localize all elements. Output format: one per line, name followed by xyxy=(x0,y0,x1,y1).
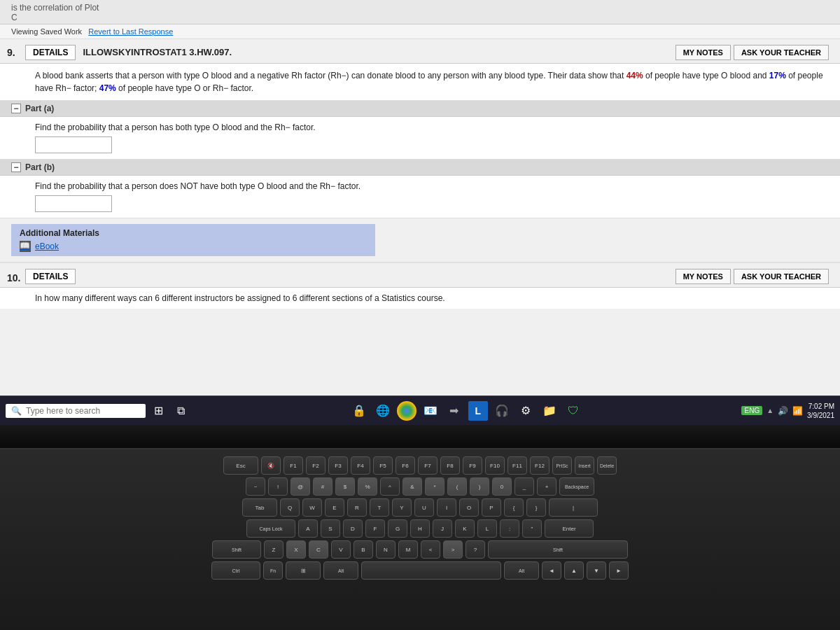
at-key[interactable]: @ xyxy=(290,477,310,496)
part-b-toggle[interactable]: − xyxy=(11,162,21,172)
close-bracket-key[interactable]: } xyxy=(526,498,546,517)
tilde-key[interactable]: ~ xyxy=(246,477,265,496)
l-key[interactable]: L xyxy=(477,519,497,538)
up-arrow-key[interactable]: ▲ xyxy=(564,561,584,580)
system-clock[interactable]: 7:02 PM 3/9/2021 xyxy=(807,402,834,420)
i-key[interactable]: I xyxy=(437,498,456,517)
left-arrow-key[interactable]: ◄ xyxy=(542,561,561,580)
v-key[interactable]: V xyxy=(331,540,351,559)
tab-key[interactable]: Tab xyxy=(242,498,277,517)
mail-icon[interactable]: 📧 xyxy=(421,401,440,421)
mute-key[interactable]: 🔇 xyxy=(261,456,281,475)
f6-key[interactable]: F6 xyxy=(396,456,415,475)
c-key[interactable]: C xyxy=(309,540,328,559)
f4-key[interactable]: F4 xyxy=(351,456,370,475)
f10-key[interactable]: F10 xyxy=(485,456,505,475)
esc-key[interactable]: Esc xyxy=(223,456,258,475)
semicolon-key[interactable]: : xyxy=(500,519,519,538)
ebook-link[interactable]: 📖 eBook xyxy=(20,241,367,252)
headphone-icon[interactable]: 🎧 xyxy=(492,401,512,421)
speaker-icon[interactable]: 🔊 xyxy=(778,406,788,416)
g-key[interactable]: G xyxy=(388,519,407,538)
arrow-icon[interactable]: ➡ xyxy=(444,401,464,421)
f8-key[interactable]: F8 xyxy=(440,456,460,475)
question-10-my-notes-btn[interactable]: MY NOTES xyxy=(676,269,731,284)
right-arrow-key[interactable]: ► xyxy=(609,561,629,580)
space-key[interactable] xyxy=(361,561,501,580)
gear-icon[interactable]: ⚙ xyxy=(516,401,536,421)
z-key[interactable]: Z xyxy=(264,540,284,559)
down-arrow-key[interactable]: ▼ xyxy=(587,561,606,580)
up-arrow-icon[interactable]: ▲ xyxy=(766,407,774,414)
f5-key[interactable]: F5 xyxy=(373,456,393,475)
alt-gr-key[interactable]: Alt xyxy=(504,561,539,580)
prtsc-key[interactable]: PrtSc xyxy=(552,456,572,475)
amp-key[interactable]: & xyxy=(402,477,422,496)
taskbar-search-box[interactable]: 🔍 xyxy=(6,404,146,418)
star-key[interactable]: * xyxy=(425,477,444,496)
u-key[interactable]: U xyxy=(414,498,434,517)
left-shift-key[interactable]: Shift xyxy=(212,540,261,559)
open-bracket-key[interactable]: { xyxy=(504,498,524,517)
j-key[interactable]: J xyxy=(433,519,452,538)
lock-icon[interactable]: 🔒 xyxy=(349,401,369,421)
minus-key[interactable]: _ xyxy=(514,477,534,496)
right-shift-key[interactable]: Shift xyxy=(488,540,628,559)
google-icon[interactable] xyxy=(397,401,416,421)
letter-l-icon[interactable]: L xyxy=(468,401,488,421)
dollar-key[interactable]: $ xyxy=(335,477,355,496)
a-key[interactable]: A xyxy=(298,519,318,538)
d-key[interactable]: D xyxy=(343,519,363,538)
part-b-answer-input[interactable] xyxy=(35,195,112,212)
e-key[interactable]: E xyxy=(325,498,344,517)
question-10-details-btn[interactable]: DETAILS xyxy=(25,269,76,284)
taskbar-search-input[interactable] xyxy=(26,406,138,416)
start-button[interactable]: ⊞ xyxy=(148,401,168,421)
n-key[interactable]: N xyxy=(376,540,396,559)
comma-key[interactable]: < xyxy=(421,540,440,559)
h-key[interactable]: H xyxy=(410,519,430,538)
hash-key[interactable]: # xyxy=(313,477,332,496)
caret-key[interactable]: ^ xyxy=(380,477,400,496)
enter-key[interactable]: Enter xyxy=(545,519,594,538)
network-icon[interactable]: 📶 xyxy=(792,406,803,416)
task-view-button[interactable]: ⧉ xyxy=(171,401,190,421)
w-key[interactable]: W xyxy=(302,498,322,517)
open-paren-key[interactable]: ( xyxy=(447,477,467,496)
f3-key[interactable]: F3 xyxy=(328,456,348,475)
question-10-ask-teacher-btn[interactable]: ASK YOUR TEACHER xyxy=(734,269,829,284)
m-key[interactable]: M xyxy=(398,540,418,559)
r-key[interactable]: R xyxy=(347,498,367,517)
question-9-details-btn[interactable]: DETAILS xyxy=(25,45,76,60)
f-key[interactable]: F xyxy=(365,519,385,538)
y-key[interactable]: Y xyxy=(392,498,412,517)
browser-icon[interactable]: 🌐 xyxy=(373,401,393,421)
shield-icon[interactable]: 🛡 xyxy=(564,401,583,421)
delete-key[interactable]: Delete xyxy=(597,456,617,475)
x-key[interactable]: X xyxy=(286,540,306,559)
backspace-key[interactable]: Backspace xyxy=(559,477,594,496)
insert-key[interactable]: Insert xyxy=(575,456,594,475)
fn-key[interactable]: Fn xyxy=(263,561,283,580)
vol-down-key[interactable]: F1 xyxy=(284,456,303,475)
f9-key[interactable]: F9 xyxy=(463,456,482,475)
ctrl-key[interactable]: Ctrl xyxy=(211,561,260,580)
f7-key[interactable]: F7 xyxy=(418,456,438,475)
slash-key[interactable]: ? xyxy=(465,540,485,559)
alt-key[interactable]: Alt xyxy=(323,561,358,580)
plus-key[interactable]: + xyxy=(537,477,556,496)
zero-key[interactable]: 0 xyxy=(492,477,512,496)
f11-key[interactable]: F11 xyxy=(507,456,527,475)
caps-key[interactable]: Caps Lock xyxy=(246,519,295,538)
f12-key[interactable]: F12 xyxy=(530,456,550,475)
backslash-key[interactable]: | xyxy=(549,498,598,517)
windows-key[interactable]: ⊞ xyxy=(286,561,321,580)
part-a-answer-input[interactable] xyxy=(35,136,112,153)
revert-link[interactable]: Revert to Last Response xyxy=(88,27,173,36)
quote-key[interactable]: " xyxy=(522,519,542,538)
vol-up-key[interactable]: F2 xyxy=(306,456,326,475)
close-paren-key[interactable]: ) xyxy=(470,477,489,496)
o-key[interactable]: O xyxy=(459,498,479,517)
k-key[interactable]: K xyxy=(455,519,475,538)
p-key[interactable]: P xyxy=(482,498,501,517)
